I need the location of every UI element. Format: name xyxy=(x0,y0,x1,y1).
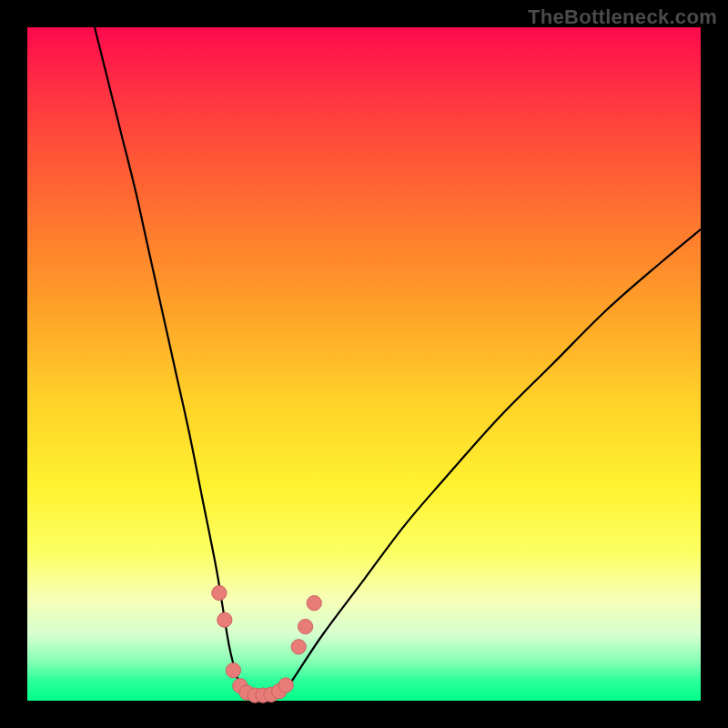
marker-point xyxy=(278,678,293,693)
chart-frame: TheBottleneck.com xyxy=(0,0,728,728)
marker-point xyxy=(212,585,227,600)
chart-svg xyxy=(27,27,701,701)
plot-area xyxy=(27,27,701,701)
marker-point xyxy=(298,619,312,633)
marker-point xyxy=(217,612,232,627)
marker-point xyxy=(307,596,321,611)
marker-point xyxy=(291,640,306,654)
bottleneck-curve xyxy=(95,27,701,700)
marker-point xyxy=(226,663,240,678)
watermark-text: TheBottleneck.com xyxy=(528,5,717,29)
